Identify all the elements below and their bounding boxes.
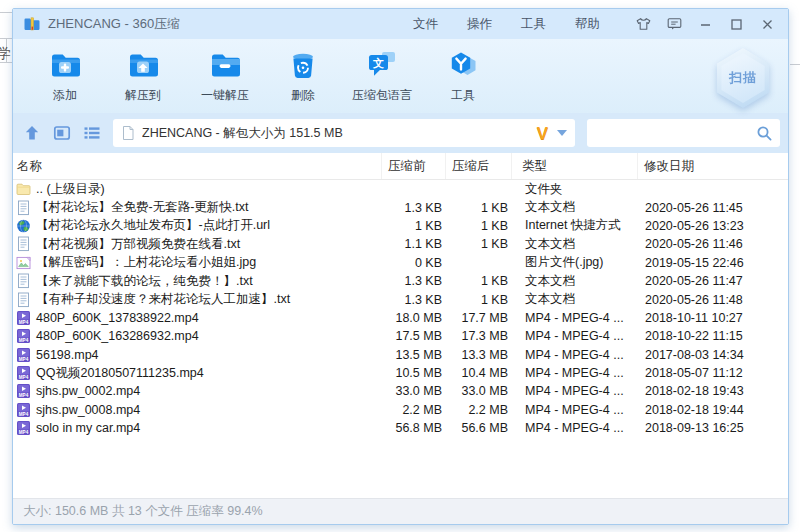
toolbar-button-extract-to[interactable]: 解压到 <box>101 39 185 113</box>
table-row[interactable]: MP4QQ视频20180507111235.mp410.5 MB10.4 MBM… <box>13 364 788 382</box>
feedback-icon[interactable] <box>663 14 685 34</box>
size-after: 1 KB <box>446 274 512 288</box>
file-name: 56198.mp4 <box>36 348 99 362</box>
table-row[interactable]: 【来了就能下载的论坛，纯免费！】.txt1.3 KB1 KB文本文档2020-0… <box>13 272 788 290</box>
column-header-before[interactable]: 压缩前 <box>382 153 446 179</box>
table-row[interactable]: 【村花视频】万部视频免费在线看.txt1.1 KB1 KB文本文档2020-05… <box>13 235 788 253</box>
chevron-down-icon[interactable] <box>557 130 567 136</box>
up-level-icon[interactable] <box>23 124 41 142</box>
file-name: 【解压密码】：上村花论坛看小姐姐.jpg <box>36 254 256 271</box>
size-after: 17.3 MB <box>446 329 512 343</box>
scan-badge[interactable]: 扫描 <box>714 48 772 108</box>
video-file-icon: MP4 <box>16 310 31 326</box>
size-before: 1 KB <box>382 219 446 233</box>
svg-text:MP4: MP4 <box>19 320 29 325</box>
extract-to-icon <box>126 48 160 82</box>
delete-icon <box>286 48 320 82</box>
table-row[interactable]: .. (上级目录)文件夹 <box>13 180 788 198</box>
menu-item-0[interactable]: 文件 <box>413 16 438 33</box>
size-before: 10.5 MB <box>382 366 446 380</box>
file-type: MP4 - MPEG-4 ... <box>512 348 638 362</box>
scan-badge-label: 扫描 <box>729 69 757 87</box>
size-before: 17.5 MB <box>382 329 446 343</box>
archive-file-icon <box>121 125 135 141</box>
toolbar-button-label: 工具 <box>451 87 475 104</box>
background-text: 学 <box>0 45 11 63</box>
size-after: 1 KB <box>446 219 512 233</box>
window-title: ZHENCANG - 360压缩 <box>48 15 180 33</box>
table-row[interactable]: MP4sjhs.pw_0002.mp433.0 MB33.0 MBMP4 - M… <box>13 382 788 400</box>
file-type: MP4 - MPEG-4 ... <box>512 403 638 417</box>
modified-date: 2018-02-18 19:44 <box>638 403 788 417</box>
window-controls <box>632 14 780 34</box>
v-logo-icon: V <box>537 125 548 142</box>
toolbar-button-archive-language[interactable]: 文压缩包语言 <box>341 39 423 113</box>
table-row[interactable]: 【村花论坛永久地址发布页】-点此打开.url1 KB1 KBInternet 快… <box>13 217 788 235</box>
table-row[interactable]: MP4solo in my car.mp456.8 MB56.6 MBMP4 -… <box>13 419 788 437</box>
table-row[interactable]: 【村花论坛】全免费-无套路-更新快.txt1.3 KB1 KB文本文档2020-… <box>13 198 788 216</box>
file-name: 【来了就能下载的论坛，纯免费！】.txt <box>36 273 253 290</box>
list-header: 名称压缩前压缩后类型修改日期 <box>13 153 788 180</box>
close-button[interactable] <box>756 14 778 34</box>
background-line <box>790 64 800 65</box>
modified-date: 2019-05-15 22:46 <box>638 256 788 270</box>
svg-text:文: 文 <box>372 57 384 69</box>
table-row[interactable]: 【解压密码】：上村花论坛看小姐姐.jpg0 KB图片文件(.jpg)2019-0… <box>13 254 788 272</box>
table-row[interactable]: MP4480P_600K_137838922.mp418.0 MB17.7 MB… <box>13 309 788 327</box>
search-icon[interactable] <box>756 125 773 142</box>
modified-date: 2020-05-26 11:47 <box>638 274 788 288</box>
video-file-icon: MP4 <box>16 365 31 381</box>
minimize-button[interactable] <box>694 14 716 34</box>
table-row[interactable]: MP456198.mp413.5 MB13.3 MBMP4 - MPEG-4 .… <box>13 346 788 364</box>
file-name: 【村花论坛】全免费-无套路-更新快.txt <box>36 199 249 216</box>
menu-item-2[interactable]: 工具 <box>521 16 546 33</box>
toolbar-button-label: 压缩包语言 <box>352 87 412 104</box>
modified-date: 2020-05-26 13:23 <box>638 219 788 233</box>
address-bar: ZHENCANG - 解包大小为 151.5 MB V <box>13 113 788 153</box>
file-type: Internet 快捷方式 <box>512 217 638 234</box>
size-before: 18.0 MB <box>382 311 446 325</box>
toolbar-button-delete[interactable]: 删除 <box>265 39 341 113</box>
skin-icon[interactable] <box>632 14 654 34</box>
tools-icon <box>446 48 480 82</box>
menu-item-3[interactable]: 帮助 <box>575 16 600 33</box>
video-file-icon: MP4 <box>16 402 31 418</box>
table-row[interactable]: 【有种子却没速度？来村花论坛人工加速】.txt1.3 KB1 KB文本文档202… <box>13 290 788 308</box>
size-after: 10.4 MB <box>446 366 512 380</box>
toolbar-button-add[interactable]: 添加 <box>29 39 101 113</box>
file-type: MP4 - MPEG-4 ... <box>512 366 638 380</box>
file-type: 文件夹 <box>512 181 638 198</box>
size-after: 1 KB <box>446 201 512 215</box>
menu-item-1[interactable]: 操作 <box>467 16 492 33</box>
table-row[interactable]: MP4sjhs.pw_0008.mp42.2 MB2.2 MBMP4 - MPE… <box>13 401 788 419</box>
list-view-icon[interactable] <box>83 124 101 142</box>
toolbar-button-one-click-extract[interactable]: 一键解压 <box>185 39 265 113</box>
file-name: 480P_600K_137838922.mp4 <box>36 311 199 325</box>
app-archive-icon <box>23 15 41 33</box>
maximize-button[interactable] <box>725 14 747 34</box>
title-bar[interactable]: ZHENCANG - 360压缩 文件操作工具帮助 <box>13 9 788 39</box>
file-name: QQ视频20180507111235.mp4 <box>36 365 204 382</box>
search-input[interactable] <box>595 125 756 141</box>
svg-text:MP4: MP4 <box>19 412 29 417</box>
column-header-after[interactable]: 压缩后 <box>446 153 512 179</box>
add-icon <box>48 48 82 82</box>
size-before: 13.5 MB <box>382 348 446 362</box>
archive-path-box[interactable]: ZHENCANG - 解包大小为 151.5 MB V <box>113 119 575 147</box>
size-after: 33.0 MB <box>446 384 512 398</box>
file-name: sjhs.pw_0008.mp4 <box>36 403 140 417</box>
preview-view-icon[interactable] <box>53 124 71 142</box>
toolbar-button-tools[interactable]: 工具 <box>423 39 503 113</box>
url-file-icon <box>16 218 31 234</box>
column-header-name[interactable]: 名称 <box>13 153 382 179</box>
modified-date: 2020-05-26 11:48 <box>638 293 788 307</box>
file-name: solo in my car.mp4 <box>36 421 140 435</box>
table-row[interactable]: MP4480P_600K_163286932.mp417.5 MB17.3 MB… <box>13 327 788 345</box>
file-name: 480P_600K_163286932.mp4 <box>36 329 199 343</box>
size-before: 2.2 MB <box>382 403 446 417</box>
video-file-icon: MP4 <box>16 328 31 344</box>
column-header-type[interactable]: 类型 <box>512 153 638 179</box>
column-header-date[interactable]: 修改日期 <box>638 153 788 179</box>
size-before: 1.3 KB <box>382 201 446 215</box>
video-file-icon: MP4 <box>16 347 31 363</box>
